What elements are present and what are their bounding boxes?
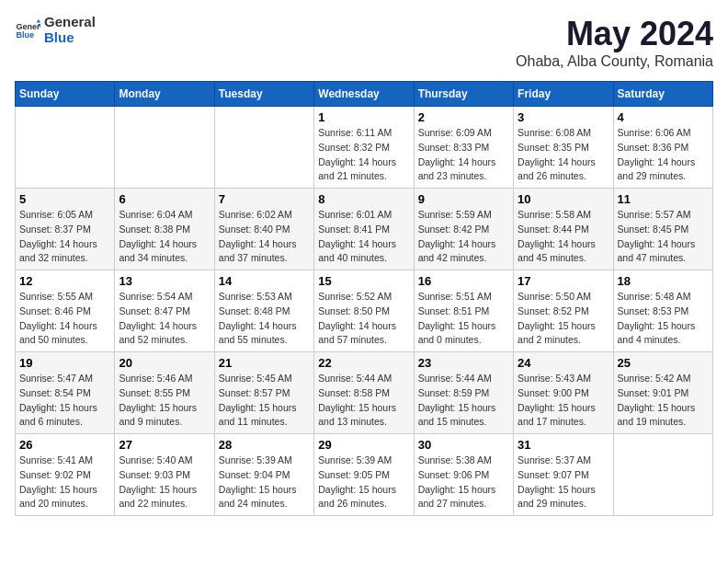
calendar-cell: 11Sunrise: 5:57 AMSunset: 8:45 PMDayligh… bbox=[613, 189, 712, 270]
calendar-body: 1Sunrise: 6:11 AMSunset: 8:32 PMDaylight… bbox=[16, 107, 713, 516]
day-number: 31 bbox=[518, 438, 609, 452]
day-number: 14 bbox=[219, 274, 310, 288]
day-number: 28 bbox=[219, 438, 310, 452]
weekday-header-sunday: Sunday bbox=[16, 82, 115, 107]
calendar-cell bbox=[16, 107, 115, 189]
calendar-cell: 2Sunrise: 6:09 AMSunset: 8:33 PMDaylight… bbox=[414, 107, 513, 189]
calendar-cell: 22Sunrise: 5:44 AMSunset: 8:58 PMDayligh… bbox=[314, 352, 414, 434]
day-number: 9 bbox=[418, 192, 509, 206]
calendar-cell: 27Sunrise: 5:40 AMSunset: 9:03 PMDayligh… bbox=[115, 434, 214, 516]
weekday-header-wednesday: Wednesday bbox=[314, 82, 414, 107]
calendar-cell: 24Sunrise: 5:43 AMSunset: 9:00 PMDayligh… bbox=[514, 352, 613, 434]
day-info: Sunrise: 5:57 AMSunset: 8:45 PMDaylight:… bbox=[618, 208, 709, 266]
day-info: Sunrise: 5:46 AMSunset: 8:55 PMDaylight:… bbox=[119, 372, 210, 430]
day-number: 27 bbox=[119, 438, 210, 452]
day-info: Sunrise: 5:42 AMSunset: 9:01 PMDaylight:… bbox=[618, 372, 709, 430]
day-info: Sunrise: 6:05 AMSunset: 8:37 PMDaylight:… bbox=[19, 208, 110, 266]
calendar-cell: 31Sunrise: 5:37 AMSunset: 9:07 PMDayligh… bbox=[514, 434, 613, 516]
day-info: Sunrise: 5:43 AMSunset: 9:00 PMDaylight:… bbox=[518, 372, 609, 430]
calendar-cell: 7Sunrise: 6:02 AMSunset: 8:40 PMDaylight… bbox=[214, 189, 313, 270]
day-info: Sunrise: 5:59 AMSunset: 8:42 PMDaylight:… bbox=[418, 208, 509, 266]
day-number: 15 bbox=[318, 274, 409, 288]
day-number: 25 bbox=[618, 356, 709, 370]
calendar-cell: 28Sunrise: 5:39 AMSunset: 9:04 PMDayligh… bbox=[214, 434, 313, 516]
day-info: Sunrise: 6:09 AMSunset: 8:33 PMDaylight:… bbox=[418, 126, 509, 184]
calendar-table: SundayMondayTuesdayWednesdayThursdayFrid… bbox=[15, 81, 713, 516]
calendar-cell: 15Sunrise: 5:52 AMSunset: 8:50 PMDayligh… bbox=[314, 270, 414, 352]
day-number: 19 bbox=[19, 356, 110, 370]
calendar-week-4: 26Sunrise: 5:41 AMSunset: 9:02 PMDayligh… bbox=[16, 434, 713, 516]
day-info: Sunrise: 5:47 AMSunset: 8:54 PMDaylight:… bbox=[19, 372, 110, 430]
calendar-cell: 12Sunrise: 5:55 AMSunset: 8:46 PMDayligh… bbox=[16, 270, 115, 352]
day-info: Sunrise: 5:39 AMSunset: 9:05 PMDaylight:… bbox=[318, 454, 409, 511]
day-number: 18 bbox=[618, 274, 709, 288]
day-info: Sunrise: 5:53 AMSunset: 8:48 PMDaylight:… bbox=[219, 290, 310, 348]
day-number: 10 bbox=[518, 192, 609, 206]
calendar-cell: 5Sunrise: 6:05 AMSunset: 8:37 PMDaylight… bbox=[16, 189, 115, 270]
calendar-cell: 23Sunrise: 5:44 AMSunset: 8:59 PMDayligh… bbox=[414, 352, 513, 434]
day-info: Sunrise: 6:08 AMSunset: 8:35 PMDaylight:… bbox=[518, 126, 609, 184]
day-info: Sunrise: 6:02 AMSunset: 8:40 PMDaylight:… bbox=[219, 208, 310, 266]
calendar-cell: 6Sunrise: 6:04 AMSunset: 8:38 PMDaylight… bbox=[115, 189, 214, 270]
day-number: 21 bbox=[219, 356, 310, 370]
day-info: Sunrise: 5:54 AMSunset: 8:47 PMDaylight:… bbox=[119, 290, 210, 348]
calendar-cell: 13Sunrise: 5:54 AMSunset: 8:47 PMDayligh… bbox=[115, 270, 214, 352]
calendar-cell: 17Sunrise: 5:50 AMSunset: 8:52 PMDayligh… bbox=[514, 270, 613, 352]
day-info: Sunrise: 6:01 AMSunset: 8:41 PMDaylight:… bbox=[318, 208, 409, 266]
day-number: 3 bbox=[518, 110, 609, 124]
logo-icon: General Blue bbox=[15, 17, 40, 43]
day-number: 4 bbox=[618, 110, 709, 124]
weekday-header-tuesday: Tuesday bbox=[214, 82, 313, 107]
day-number: 5 bbox=[19, 192, 110, 206]
weekday-header-monday: Monday bbox=[115, 82, 214, 107]
day-info: Sunrise: 5:44 AMSunset: 8:58 PMDaylight:… bbox=[318, 372, 409, 430]
calendar-week-0: 1Sunrise: 6:11 AMSunset: 8:32 PMDaylight… bbox=[16, 107, 713, 189]
svg-marker-2 bbox=[37, 19, 40, 23]
day-number: 24 bbox=[518, 356, 609, 370]
calendar-header: SundayMondayTuesdayWednesdayThursdayFrid… bbox=[16, 82, 713, 107]
day-number: 29 bbox=[318, 438, 409, 452]
svg-text:Blue: Blue bbox=[16, 30, 34, 40]
calendar-week-3: 19Sunrise: 5:47 AMSunset: 8:54 PMDayligh… bbox=[16, 352, 713, 434]
day-info: Sunrise: 5:50 AMSunset: 8:52 PMDaylight:… bbox=[518, 290, 609, 348]
page-title: May 2024 bbox=[516, 15, 713, 53]
weekday-header-row: SundayMondayTuesdayWednesdayThursdayFrid… bbox=[16, 82, 713, 107]
day-info: Sunrise: 5:45 AMSunset: 8:57 PMDaylight:… bbox=[219, 372, 310, 430]
logo: General Blue General Blue bbox=[15, 15, 96, 45]
calendar-cell: 16Sunrise: 5:51 AMSunset: 8:51 PMDayligh… bbox=[414, 270, 513, 352]
day-info: Sunrise: 5:48 AMSunset: 8:53 PMDaylight:… bbox=[618, 290, 709, 348]
day-number: 8 bbox=[318, 192, 409, 206]
calendar-cell: 4Sunrise: 6:06 AMSunset: 8:36 PMDaylight… bbox=[613, 107, 712, 189]
day-number: 7 bbox=[219, 192, 310, 206]
calendar-cell: 10Sunrise: 5:58 AMSunset: 8:44 PMDayligh… bbox=[514, 189, 613, 270]
calendar-cell: 20Sunrise: 5:46 AMSunset: 8:55 PMDayligh… bbox=[115, 352, 214, 434]
day-number: 1 bbox=[318, 110, 409, 124]
day-number: 23 bbox=[418, 356, 509, 370]
calendar-cell: 18Sunrise: 5:48 AMSunset: 8:53 PMDayligh… bbox=[613, 270, 712, 352]
day-number: 16 bbox=[418, 274, 509, 288]
day-info: Sunrise: 5:52 AMSunset: 8:50 PMDaylight:… bbox=[318, 290, 409, 348]
page-header: General Blue General Blue May 2024 Ohaba… bbox=[15, 15, 713, 70]
day-info: Sunrise: 5:41 AMSunset: 9:02 PMDaylight:… bbox=[19, 454, 110, 511]
day-number: 12 bbox=[19, 274, 110, 288]
day-number: 13 bbox=[119, 274, 210, 288]
calendar-cell: 9Sunrise: 5:59 AMSunset: 8:42 PMDaylight… bbox=[414, 189, 513, 270]
calendar-week-2: 12Sunrise: 5:55 AMSunset: 8:46 PMDayligh… bbox=[16, 270, 713, 352]
weekday-header-thursday: Thursday bbox=[414, 82, 513, 107]
day-info: Sunrise: 5:44 AMSunset: 8:59 PMDaylight:… bbox=[418, 372, 509, 430]
title-section: May 2024 Ohaba, Alba County, Romania bbox=[516, 15, 713, 70]
day-info: Sunrise: 6:11 AMSunset: 8:32 PMDaylight:… bbox=[318, 126, 409, 184]
calendar-cell: 30Sunrise: 5:38 AMSunset: 9:06 PMDayligh… bbox=[414, 434, 513, 516]
calendar-cell: 1Sunrise: 6:11 AMSunset: 8:32 PMDaylight… bbox=[314, 107, 414, 189]
day-info: Sunrise: 5:58 AMSunset: 8:44 PMDaylight:… bbox=[518, 208, 609, 266]
day-number: 26 bbox=[19, 438, 110, 452]
calendar-cell bbox=[613, 434, 712, 516]
logo-blue: Blue bbox=[44, 30, 96, 46]
calendar-cell: 29Sunrise: 5:39 AMSunset: 9:05 PMDayligh… bbox=[314, 434, 414, 516]
calendar-week-1: 5Sunrise: 6:05 AMSunset: 8:37 PMDaylight… bbox=[16, 189, 713, 270]
page-subtitle: Ohaba, Alba County, Romania bbox=[516, 53, 713, 70]
calendar-cell: 3Sunrise: 6:08 AMSunset: 8:35 PMDaylight… bbox=[514, 107, 613, 189]
weekday-header-saturday: Saturday bbox=[613, 82, 712, 107]
day-number: 11 bbox=[618, 192, 709, 206]
day-info: Sunrise: 5:39 AMSunset: 9:04 PMDaylight:… bbox=[219, 454, 310, 511]
